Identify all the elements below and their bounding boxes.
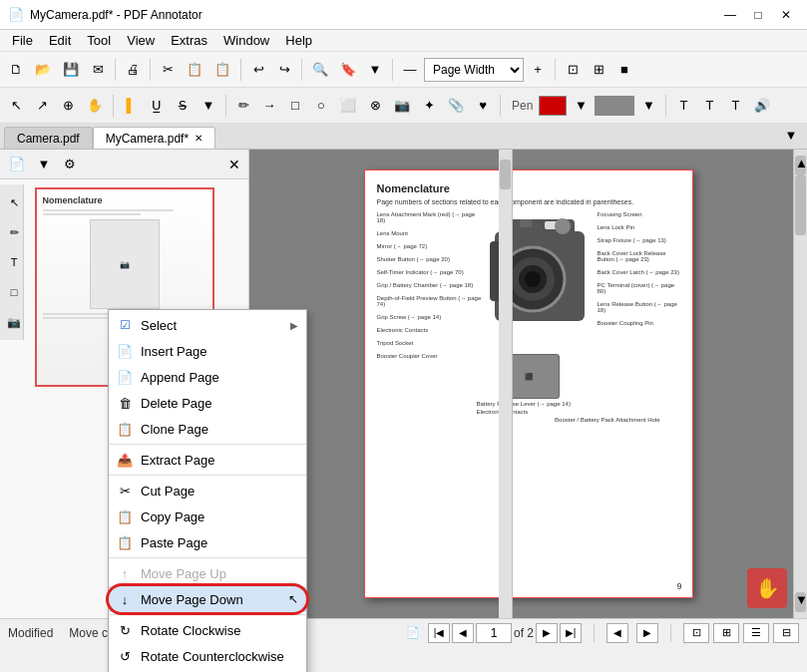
- paste-button[interactable]: 📋: [209, 56, 235, 84]
- tab-dropdown[interactable]: ▼: [779, 121, 803, 149]
- menu-file[interactable]: File: [4, 30, 41, 51]
- save-button[interactable]: 💾: [58, 56, 84, 84]
- continuous-view[interactable]: ☰: [743, 623, 769, 643]
- tab-close-button[interactable]: ✕: [195, 133, 202, 144]
- redo-button[interactable]: ↪: [272, 56, 296, 84]
- ctx-select[interactable]: ☑ Select ▶: [109, 312, 306, 338]
- panel-settings[interactable]: ⚙: [58, 151, 82, 178]
- attach-btn[interactable]: 📎: [443, 92, 469, 120]
- text-btn[interactable]: T: [671, 92, 695, 120]
- tab-label-active: MyCamera.pdf*: [106, 132, 189, 146]
- scroll-v-right[interactable]: ▲ ▼: [793, 150, 807, 618]
- strikethrough-btn[interactable]: S̶: [171, 92, 195, 120]
- ctx-extract-page[interactable]: 📤 Extract Page: [109, 447, 306, 473]
- color-swatch-red[interactable]: [539, 96, 567, 116]
- color-swatch-gray[interactable]: [595, 96, 634, 116]
- page-width-select[interactable]: Page Width Fit Page 100%: [424, 58, 524, 82]
- shapes-btn[interactable]: □: [283, 92, 307, 120]
- photo-btn[interactable]: 📷: [389, 92, 415, 120]
- open-button[interactable]: 📂: [30, 56, 56, 84]
- minimize-button[interactable]: —: [717, 5, 743, 25]
- menu-view[interactable]: View: [119, 30, 163, 51]
- view-btn1[interactable]: ⊡: [561, 56, 585, 84]
- underline-btn[interactable]: U̲: [145, 92, 169, 120]
- menu-tool[interactable]: Tool: [79, 30, 119, 51]
- tool-shapes[interactable]: □: [2, 278, 26, 306]
- lasso-tool[interactable]: ⊕: [56, 92, 80, 120]
- ctx-copy-page[interactable]: 📋 Copy Page: [109, 504, 306, 529]
- prev-page-button[interactable]: ◀: [452, 623, 474, 643]
- page-number-input[interactable]: [476, 623, 512, 643]
- pen-btn[interactable]: ✏: [231, 92, 255, 120]
- cut-button[interactable]: ✂: [156, 56, 180, 84]
- pan-tool[interactable]: ✋: [82, 92, 108, 120]
- ctx-append-page[interactable]: 📄 Append Page: [109, 364, 306, 390]
- last-page-button[interactable]: ▶|: [560, 623, 582, 643]
- rotate-cw-icon: ↻: [117, 622, 133, 638]
- menu-help[interactable]: Help: [277, 30, 320, 51]
- ctx-clone-page[interactable]: 📋 Clone Page: [109, 416, 306, 442]
- ctx-rotate-clockwise[interactable]: ↻ Rotate Clockwise: [109, 617, 306, 643]
- tab-mycamera-pdf[interactable]: MyCamera.pdf* ✕: [93, 127, 215, 149]
- text2-btn[interactable]: T: [697, 92, 721, 120]
- panel-btn1[interactable]: 📄: [4, 151, 30, 178]
- history-forward-button[interactable]: ▶: [636, 623, 658, 643]
- single-page-view[interactable]: ⊡: [683, 623, 709, 643]
- panel-close-button[interactable]: ✕: [224, 155, 244, 174]
- zoom-in-button[interactable]: +: [526, 56, 550, 84]
- bookmark-button[interactable]: 🔖: [335, 56, 361, 84]
- highlight-btn[interactable]: ▌: [119, 92, 143, 120]
- ctx-paste-page[interactable]: 📋 Paste Page: [109, 529, 306, 555]
- scroll-v-left[interactable]: [499, 150, 513, 618]
- two-page-view[interactable]: ⊞: [713, 623, 739, 643]
- cursor-icon: ↖: [288, 592, 298, 606]
- ctx-cut-page[interactable]: ✂ Cut Page: [109, 478, 306, 504]
- lasso-sel-btn[interactable]: ⊗: [363, 92, 387, 120]
- tool-camera[interactable]: 📷: [2, 308, 26, 336]
- label-left-6: Grip / Battery Chamber (→ page 18): [377, 282, 482, 288]
- ctx-delete-page[interactable]: 🗑 Delete Page: [109, 390, 306, 416]
- history-back-button[interactable]: ◀: [606, 623, 628, 643]
- print-button[interactable]: 🖨: [121, 56, 145, 84]
- stamp-btn[interactable]: ✦: [417, 92, 441, 120]
- select-tool[interactable]: ↗: [30, 92, 54, 120]
- first-page-button[interactable]: |◀: [428, 623, 450, 643]
- menu-extras[interactable]: Extras: [163, 30, 215, 51]
- ctx-move-page-up[interactable]: ↑ Move Page Up: [109, 560, 306, 586]
- view-btn2[interactable]: ⊞: [587, 56, 610, 84]
- tab-camera-pdf[interactable]: Camera.pdf: [4, 127, 93, 149]
- ellipse-btn[interactable]: ○: [309, 92, 333, 120]
- menu-edit[interactable]: Edit: [41, 30, 79, 51]
- next-page-button[interactable]: ▶: [536, 623, 558, 643]
- email-button[interactable]: ✉: [86, 56, 110, 84]
- eraser-btn[interactable]: ⬜: [335, 92, 361, 120]
- menu-window[interactable]: Window: [215, 30, 277, 51]
- tool-pen[interactable]: ✏: [2, 218, 26, 246]
- undo-button[interactable]: ↩: [246, 56, 270, 84]
- copy-button[interactable]: 📋: [182, 56, 207, 84]
- arrow-btn[interactable]: →: [257, 92, 281, 120]
- text3-btn[interactable]: T: [723, 92, 747, 120]
- tool-cursor[interactable]: ↖: [2, 188, 26, 216]
- ctx-move-page-down[interactable]: ↓ Move Page Down ↖: [109, 586, 306, 612]
- dropdown-btn[interactable]: ▼: [363, 56, 387, 84]
- zoom-out-button[interactable]: —: [398, 56, 422, 84]
- cursor-button[interactable]: ↖: [4, 92, 28, 120]
- close-button[interactable]: ✕: [773, 5, 799, 25]
- audio-btn[interactable]: 🔊: [749, 92, 775, 120]
- color-dropdown2[interactable]: ▼: [636, 92, 660, 120]
- page-number: 9: [676, 581, 681, 591]
- heart-btn[interactable]: ♥: [471, 92, 495, 120]
- ink-btn-dropdown[interactable]: ▼: [197, 92, 220, 120]
- ctx-rotate-counterclockwise[interactable]: ↺ Rotate Counterclockwise: [109, 643, 306, 669]
- color-dropdown[interactable]: ▼: [569, 92, 593, 120]
- search-button[interactable]: 🔍: [307, 56, 333, 84]
- view-btn3[interactable]: ■: [612, 56, 636, 84]
- hand-tool-button[interactable]: ✋: [747, 568, 787, 608]
- ctx-insert-page[interactable]: 📄 Insert Page: [109, 338, 306, 364]
- thumbnail-view[interactable]: ⊟: [773, 623, 799, 643]
- new-button[interactable]: 🗋: [4, 56, 28, 84]
- maximize-button[interactable]: □: [745, 5, 771, 25]
- panel-dropdown[interactable]: ▼: [32, 151, 56, 178]
- tool-highlight[interactable]: T: [2, 248, 26, 276]
